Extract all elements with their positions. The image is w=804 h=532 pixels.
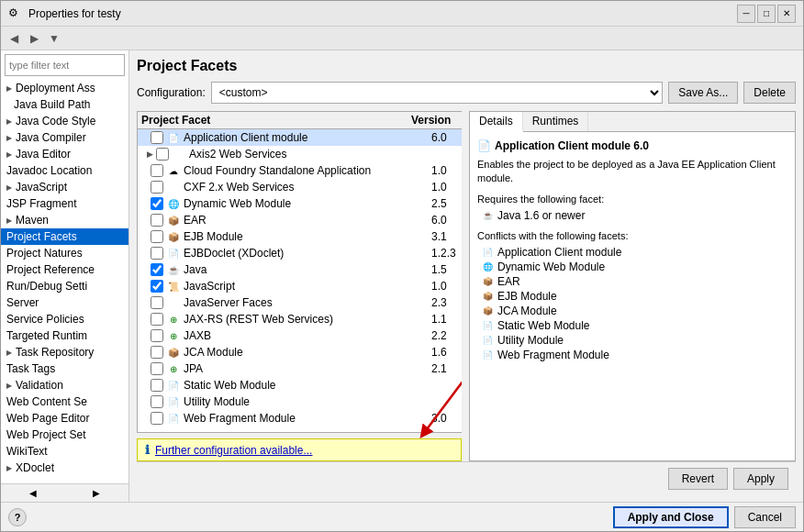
facet-name-jca: JCA Module	[184, 346, 431, 359]
main-panel: Project Facets Configuration: <custom> S…	[129, 50, 803, 502]
apply-close-button[interactable]: Apply and Close	[613, 506, 729, 528]
facet-version-dynamic-web: 2.5	[431, 197, 462, 210]
facet-row-static-web[interactable]: 📄 Static Web Module	[138, 377, 462, 393]
facet-check-static-web[interactable]	[151, 379, 163, 392]
facet-expand-axis2[interactable]: ▶	[147, 150, 156, 159]
dropdown-button[interactable]: ▼	[45, 29, 63, 48]
cancel-button[interactable]: Cancel	[734, 506, 796, 528]
revert-button[interactable]: Revert	[668, 468, 728, 490]
conflict-ejb-icon: 📦	[481, 290, 494, 303]
facet-row-axis2[interactable]: ▶ Axis2 Web Services	[138, 146, 462, 162]
facet-row-utility[interactable]: 📄 Utility Module	[138, 393, 462, 410]
further-config-link[interactable]: Further configuration available...	[155, 444, 312, 457]
sidebar-item-task-repository[interactable]: Task Repository	[1, 344, 128, 360]
sidebar-item-web-page-editor[interactable]: Web Page Editor	[1, 410, 128, 427]
facet-check-jsf[interactable]	[151, 296, 163, 309]
facet-row-jaxb[interactable]: ⊕ JAXB 2.2 ▼	[138, 327, 462, 344]
delete-button[interactable]: Delete	[743, 82, 796, 104]
filter-input[interactable]	[5, 54, 125, 76]
sidebar-item-wikitext[interactable]: WikiText	[1, 443, 128, 460]
facet-icon-jaxb: ⊕	[166, 328, 181, 343]
facet-check-ear[interactable]	[151, 214, 163, 227]
apply-button[interactable]: Apply	[733, 468, 788, 490]
details-requires-label: Requires the following facet:	[477, 194, 787, 205]
facet-row-jsf[interactable]: JavaServer Faces 2.3 ▼	[138, 294, 462, 311]
facet-check-java[interactable]	[151, 263, 163, 276]
conflict-static-web: 📄 Static Web Module	[477, 318, 787, 333]
sidebar-item-validation[interactable]: Validation	[1, 377, 128, 393]
facet-check-cxf[interactable]	[151, 181, 163, 194]
sidebar-item-java-code-style[interactable]: Java Code Style	[1, 113, 128, 129]
sidebar-item-jsp-fragment[interactable]: JSP Fragment	[1, 195, 128, 212]
facet-check-axis2[interactable]	[156, 148, 169, 161]
save-as-button[interactable]: Save As...	[668, 82, 738, 104]
facet-check-jpa[interactable]	[151, 362, 163, 375]
facet-row-dynamic-web[interactable]: 🌐 Dynamic Web Module 2.5 ▼	[138, 195, 462, 212]
facet-version-ejb: 3.1	[431, 230, 462, 243]
tab-details[interactable]: Details	[470, 112, 523, 132]
facet-row-cxf[interactable]: CXF 2.x Web Services 1.0 ▼	[138, 179, 462, 195]
facet-check-jca[interactable]	[151, 346, 163, 359]
facet-check-dynamic-web[interactable]	[151, 197, 163, 210]
facet-row-jca[interactable]: 📦 JCA Module 1.6 ▼	[138, 344, 462, 360]
sidebar-item-project-natures[interactable]: Project Natures	[1, 245, 128, 261]
sidebar-item-task-tags[interactable]: Task Tags	[1, 360, 128, 377]
sidebar-item-maven[interactable]: Maven	[1, 212, 128, 228]
sidebar-item-java-editor[interactable]: Java Editor	[1, 146, 128, 162]
sidebar-item-deployment-ass[interactable]: Deployment Ass	[1, 80, 128, 96]
facet-check-ejbdoclet[interactable]	[151, 247, 163, 260]
facet-row-ejb[interactable]: 📦 EJB Module 3.1 ▼	[138, 228, 462, 245]
close-button[interactable]: ✕	[777, 5, 796, 23]
facet-row-app-client[interactable]: 📄 Application Client module 6.0 ▼	[138, 129, 462, 146]
facet-row-ear[interactable]: 📦 EAR 6.0 ▼	[138, 212, 462, 228]
facet-check-javascript[interactable]	[151, 280, 163, 293]
facet-check-utility[interactable]	[151, 395, 163, 408]
facet-version-jaxrs: 1.1	[431, 313, 462, 326]
facet-check-cloud[interactable]	[151, 164, 163, 177]
facet-check-app-client[interactable]	[151, 131, 163, 144]
config-select[interactable]: <custom>	[211, 82, 664, 104]
sidebar-item-java-compiler[interactable]: Java Compiler	[1, 129, 128, 146]
facet-row-javascript[interactable]: 📜 JavaScript 1.0 ▼	[138, 278, 462, 294]
facet-row-ejbdoclet[interactable]: 📄 EJBDoclet (XDoclet) 1.2.3 ▼	[138, 245, 462, 261]
sidebar-item-run-debug[interactable]: Run/Debug Setti	[1, 278, 128, 294]
tab-runtimes[interactable]: Runtimes	[523, 112, 589, 131]
sidebar-item-web-content[interactable]: Web Content Se	[1, 393, 128, 410]
maximize-button[interactable]: □	[757, 5, 776, 23]
facet-row-cloud-foundry[interactable]: ☁ Cloud Foundry Standalone Application 1…	[138, 162, 462, 179]
help-button[interactable]: ?	[8, 508, 27, 526]
facet-check-ejb[interactable]	[151, 230, 163, 243]
facet-col-name-header: Project Facet	[141, 114, 411, 127]
facet-row-jpa[interactable]: ⊕ JPA 2.1 ▼	[138, 360, 462, 377]
conflict-utility-text: Utility Module	[497, 334, 564, 347]
conflict-jca-text: JCA Module	[497, 305, 557, 317]
minimize-button[interactable]: ─	[737, 5, 755, 23]
sidebar-item-javadoc[interactable]: Javadoc Location	[1, 162, 128, 179]
facet-icon-jpa: ⊕	[166, 361, 181, 376]
sidebar-scroll-left[interactable]: ◀	[1, 484, 65, 502]
sidebar-item-service-policies[interactable]: Service Policies	[1, 311, 128, 327]
facet-check-jaxb[interactable]	[151, 329, 163, 342]
sidebar-item-targeted-runtim[interactable]: Targeted Runtim	[1, 327, 128, 344]
facet-row-java[interactable]: ☕ Java 1.5 ▼	[138, 261, 462, 278]
sidebar-scroll-right[interactable]: ▶	[65, 484, 129, 502]
sidebar-item-server[interactable]: Server	[1, 294, 128, 311]
conflict-static-web-text: Static Web Module	[497, 319, 590, 332]
facet-table-body: 📄 Application Client module 6.0 ▼ ▶ Axis	[138, 129, 462, 432]
facet-check-web-fragment[interactable]	[151, 412, 163, 425]
forward-button[interactable]: ▶	[25, 29, 43, 48]
requires-java-icon: ☕	[481, 209, 494, 222]
sidebar-item-project-facets[interactable]: Project Facets	[1, 228, 128, 245]
info-bar: ℹ Further configuration available...	[137, 438, 462, 461]
facet-check-jaxrs[interactable]	[151, 313, 163, 326]
sidebar-item-project-reference[interactable]: Project Reference	[1, 261, 128, 278]
facet-version-jsf: 2.3	[431, 296, 462, 309]
sidebar-item-web-project-set[interactable]: Web Project Set	[1, 427, 128, 443]
sidebar-item-java-build-path[interactable]: Java Build Path	[1, 96, 128, 113]
sidebar-item-javascript[interactable]: JavaScript	[1, 179, 128, 195]
back-button[interactable]: ◀	[5, 29, 23, 48]
facet-row-jaxrs[interactable]: ⊕ JAX-RS (REST Web Services) 1.1 ▼	[138, 311, 462, 327]
facet-row-web-fragment[interactable]: 📄 Web Fragment Module 3.0 ▼	[138, 410, 462, 427]
facet-version-ejbdoclet: 1.2.3	[431, 247, 462, 260]
sidebar-item-xdoclet[interactable]: XDoclet	[1, 460, 128, 476]
